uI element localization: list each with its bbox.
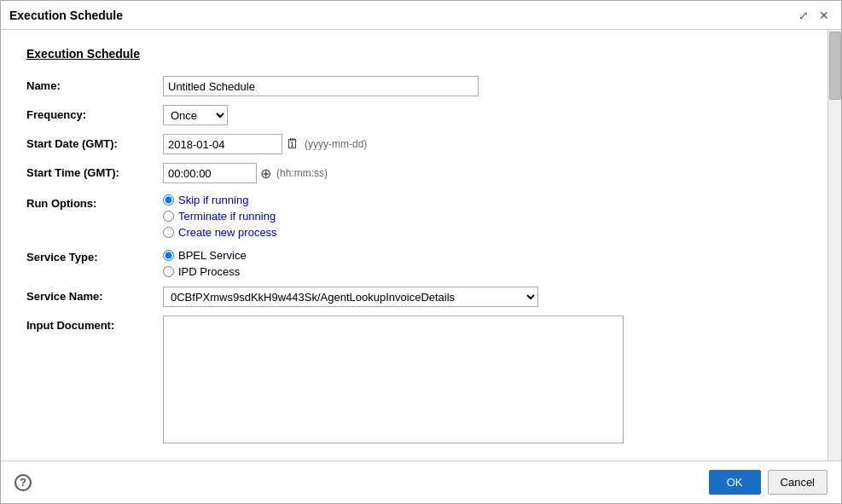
start-date-label: Start Date (GMT):	[26, 134, 163, 150]
title-bar-controls: ⤢ ✕	[795, 8, 833, 23]
run-option-skip[interactable]: Skip if running	[163, 194, 802, 206]
start-time-field: ⊕ (hh:mm:ss)	[163, 163, 802, 183]
name-field	[163, 76, 802, 96]
run-option-skip-radio[interactable]	[163, 194, 174, 206]
start-date-input[interactable]	[163, 134, 282, 154]
service-type-label: Service Type:	[26, 247, 163, 264]
close-button[interactable]: ✕	[816, 8, 833, 23]
run-option-skip-label: Skip if running	[178, 194, 248, 206]
run-option-new-process-label: Create new process	[178, 226, 277, 239]
cancel-button[interactable]: Cancel	[768, 470, 827, 495]
form-grid: Name: Frequency: Once Hourly Daily Weekl…	[26, 76, 802, 443]
run-option-terminate-radio[interactable]	[163, 211, 174, 222]
content-area: Execution Schedule Name: Frequency: Once…	[1, 30, 841, 461]
name-label: Name:	[26, 76, 163, 92]
frequency-field: Once Hourly Daily Weekly Monthly	[163, 105, 802, 125]
service-type-group: BPEL Service IPD Process	[163, 247, 802, 278]
service-type-bpel-radio[interactable]	[163, 250, 174, 261]
frequency-label: Frequency:	[26, 105, 163, 121]
maximize-button[interactable]: ⤢	[795, 8, 812, 23]
run-options-group: Skip if running Terminate if running Cre…	[163, 192, 802, 239]
main-window: Execution Schedule ⤢ ✕ Execution Schedul…	[0, 0, 842, 504]
service-type-bpel-label: BPEL Service	[178, 249, 247, 262]
scrollable-content: Execution Schedule Name: Frequency: Once…	[1, 30, 827, 461]
scrollbar-track[interactable]	[827, 30, 841, 461]
input-document-field	[163, 316, 802, 443]
window-title: Execution Schedule	[9, 9, 123, 22]
ok-button[interactable]: OK	[709, 470, 761, 495]
frequency-select[interactable]: Once Hourly Daily Weekly Monthly	[163, 105, 228, 125]
name-input[interactable]	[163, 76, 479, 96]
start-time-label: Start Time (GMT):	[26, 163, 163, 179]
service-type-ipd-label: IPD Process	[178, 265, 240, 278]
start-time-hint: (hh:mm:ss)	[276, 167, 328, 179]
section-title: Execution Schedule	[26, 47, 802, 61]
clock-icon[interactable]: ⊕	[260, 165, 271, 182]
input-document-label: Input Document:	[26, 316, 163, 332]
service-type-ipd-radio[interactable]	[163, 266, 174, 277]
title-bar: Execution Schedule ⤢ ✕	[1, 1, 841, 30]
run-option-new-process-radio[interactable]	[163, 227, 174, 238]
run-option-terminate-label: Terminate if running	[178, 210, 276, 223]
start-time-input[interactable]	[163, 163, 257, 183]
footer-left: ?	[15, 474, 32, 491]
run-option-new-process[interactable]: Create new process	[163, 226, 802, 239]
footer: ? OK Cancel	[1, 461, 841, 503]
service-name-label: Service Name:	[26, 287, 163, 303]
start-date-hint: (yyyy-mm-dd)	[305, 138, 367, 150]
service-name-field: 0CBfPXmws9sdKkH9w443Sk/AgentLookupInvoic…	[163, 287, 802, 307]
footer-buttons: OK Cancel	[709, 470, 827, 495]
help-icon[interactable]: ?	[15, 474, 32, 491]
input-document-textarea[interactable]	[163, 316, 624, 443]
run-options-label: Run Options:	[26, 192, 163, 210]
service-name-select[interactable]: 0CBfPXmws9sdKkH9w443Sk/AgentLookupInvoic…	[163, 287, 538, 307]
service-type-bpel[interactable]: BPEL Service	[163, 249, 802, 262]
service-type-ipd[interactable]: IPD Process	[163, 265, 802, 278]
run-option-terminate[interactable]: Terminate if running	[163, 210, 802, 223]
start-date-field: 🗓 (yyyy-mm-dd)	[163, 134, 802, 154]
calendar-icon[interactable]: 🗓	[286, 136, 299, 152]
scrollbar-thumb[interactable]	[829, 32, 841, 100]
